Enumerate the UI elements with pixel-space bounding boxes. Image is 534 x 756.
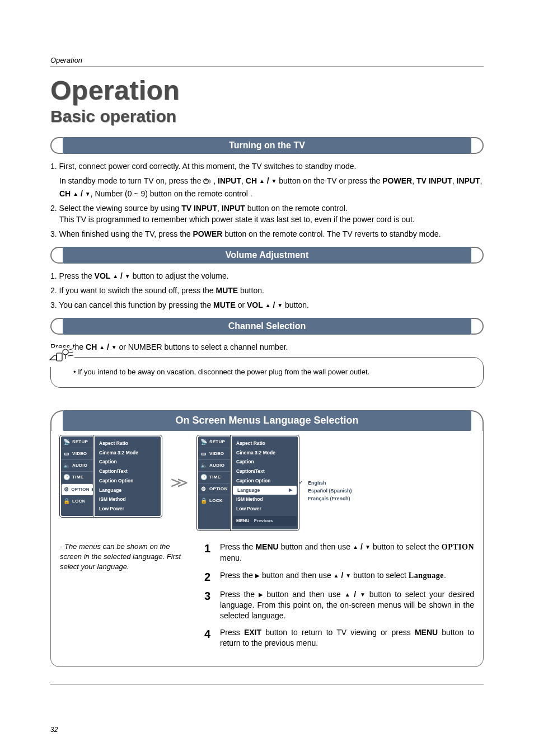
screen-icon: ▭ — [200, 451, 207, 457]
footer-rule — [50, 684, 484, 684]
up-triangle-icon: ▲ — [113, 273, 118, 281]
satellite-icon: 📡 — [200, 439, 207, 445]
volume-step-1: 1. Press the VOL ▲ / ▼ button to adjust … — [50, 270, 484, 281]
up-triangle-icon: ▲ — [265, 302, 271, 310]
header-rule — [50, 67, 484, 67]
gear-icon: ⚙ — [200, 486, 207, 492]
volume-step-2: 2. If you want to switch the sound off, … — [50, 285, 484, 296]
menu-item: Caption/Text — [232, 467, 298, 476]
up-triangle-icon: ▲ — [353, 543, 358, 551]
tab-lock: 🔒LOCK — [61, 496, 93, 507]
down-triangle-icon: ▼ — [125, 273, 130, 281]
chevron-right-icon: ▶ — [289, 487, 292, 494]
down-triangle-icon: ▼ — [365, 543, 371, 551]
tab-option: ⚙OPTION▶ — [62, 484, 93, 495]
menu-item: ISM Method — [95, 495, 161, 504]
check-icon: ✓ — [299, 480, 303, 485]
step-1: 1 Press the MENU button and then use ▲ /… — [204, 542, 474, 564]
osd-menu-after: 📡SETUP ▭VIDEO 🔈AUDIO 🕑TIME ⚙OPTION 🔒LOCK… — [197, 435, 299, 530]
language-option-spanish: Español (Spanish) — [299, 487, 360, 495]
down-triangle-icon: ▼ — [345, 572, 351, 580]
step-2: 2 Press the ▶ button and then use ▲ / ▼ … — [204, 570, 474, 583]
svg-point-5 — [63, 349, 68, 355]
note-text: • If you intend to be away on vacation, … — [73, 368, 473, 376]
tab-time: 🕑TIME — [61, 472, 93, 483]
tab-time: 🕑TIME — [198, 472, 231, 483]
banner-label: Turning on the TV — [63, 137, 471, 154]
screen-icon: ▭ — [63, 451, 70, 457]
gear-icon: ⚙ — [64, 487, 69, 492]
menu-item: ISM Method — [232, 495, 298, 504]
tab-lock: 🔒LOCK — [198, 495, 231, 506]
lock-icon: 🔒 — [200, 498, 207, 504]
banner-label: On Screen Menus Language Selection — [63, 410, 471, 431]
turning-on-step-2: 2. Select the viewing source by using TV… — [50, 203, 484, 226]
tab-audio: 🔈AUDIO — [198, 460, 231, 472]
banner-label: Channel Selection — [63, 318, 471, 335]
page-number: 32 — [50, 726, 58, 734]
menu-item: Aspect Ratio — [95, 439, 161, 448]
speaker-icon: 🔈 — [63, 463, 70, 468]
menu-item: Aspect Ratio — [232, 439, 298, 448]
menu-item: Language — [95, 486, 161, 495]
osd-menu-before: 📡SETUP ▭VIDEO 🔈AUDIO 🕑TIME ⚙OPTION▶ 🔒LOC… — [60, 435, 162, 517]
osd-steps: 1 Press the MENU button and then use ▲ /… — [204, 542, 474, 655]
svg-text:I: I — [210, 180, 211, 184]
down-triangle-icon: ▼ — [271, 177, 277, 186]
right-triangle-icon: ▶ — [255, 572, 260, 580]
menu-item: Cinema 3:2 Mode — [232, 448, 298, 458]
menu-item: Low Power — [232, 504, 298, 514]
down-triangle-icon: ▼ — [277, 302, 283, 310]
language-option-french: Français (French) — [299, 495, 360, 503]
page-title: Operation — [50, 75, 484, 106]
tab-option: ⚙OPTION — [198, 483, 231, 495]
menu-item: Caption — [232, 457, 298, 467]
up-triangle-icon: ▲ — [99, 344, 105, 352]
speaker-icon: 🔈 — [200, 463, 207, 468]
language-options: ✓English Español (Spanish) Français (Fre… — [299, 435, 360, 530]
power-icon: I — [203, 176, 211, 187]
tab-audio: 🔈AUDIO — [61, 460, 93, 472]
running-head: Operation — [50, 56, 484, 64]
language-option-english: ✓English — [299, 479, 360, 487]
volume-step-3: 3. You can cancel this function by press… — [50, 299, 484, 311]
arrow-right-icon: ≫ — [170, 474, 188, 491]
tab-video: ▭VIDEO — [198, 448, 231, 460]
menu-footer: MENUPrevious — [233, 516, 297, 526]
banner-volume: Volume Adjustment — [50, 247, 484, 264]
banner-osd: On Screen Menus Language Selection — [50, 410, 484, 431]
menu-item-language: Language▶ — [233, 486, 297, 495]
lock-icon: 🔒 — [63, 499, 70, 504]
banner-turning-on: Turning on the TV — [50, 137, 484, 154]
note-hand-icon — [49, 348, 74, 367]
osd-section: 📡SETUP ▭VIDEO 🔈AUDIO 🕑TIME ⚙OPTION▶ 🔒LOC… — [50, 426, 484, 667]
note-box: • If you intend to be away on vacation, … — [50, 357, 484, 388]
down-triangle-icon: ▼ — [111, 344, 117, 352]
clock-icon: 🕑 — [200, 475, 207, 480]
osd-caption: - The menus can be shown on the screen i… — [60, 542, 189, 655]
step-4: 4 Press EXIT button to return to TV view… — [204, 627, 474, 649]
channel-step-1: Press the CH ▲ / ▼ or NUMBER buttons to … — [50, 341, 484, 353]
menu-item: Caption Option — [95, 476, 161, 486]
up-triangle-icon: ▲ — [345, 591, 350, 599]
menu-item: Caption — [95, 457, 161, 467]
menu-item: Low Power — [95, 504, 161, 514]
up-triangle-icon: ▲ — [334, 572, 339, 580]
turning-on-step-1-detail: In standby mode to turn TV on, press the… — [59, 175, 484, 199]
turning-on-step-1: 1. First, connect power cord correctly. … — [50, 161, 484, 172]
turning-on-step-3: 3. When finished using the TV, press the… — [50, 228, 484, 240]
up-triangle-icon: ▲ — [259, 177, 265, 186]
banner-channel: Channel Selection — [50, 318, 484, 335]
menu-item: Caption/Text — [95, 467, 161, 476]
svg-rect-4 — [57, 353, 62, 361]
step-3: 3 Press the ▶ button and then use ▲ / ▼ … — [204, 589, 474, 621]
tab-video: ▭VIDEO — [61, 448, 93, 460]
satellite-icon: 📡 — [63, 439, 70, 445]
banner-label: Volume Adjustment — [63, 247, 471, 264]
clock-icon: 🕑 — [63, 475, 70, 480]
menu-item: Cinema 3:2 Mode — [95, 448, 161, 458]
right-triangle-icon: ▶ — [259, 591, 263, 599]
tab-setup: 📡SETUP — [198, 436, 231, 448]
menu-item: Caption Option — [232, 476, 298, 486]
page-subtitle: Basic operation — [50, 107, 484, 126]
